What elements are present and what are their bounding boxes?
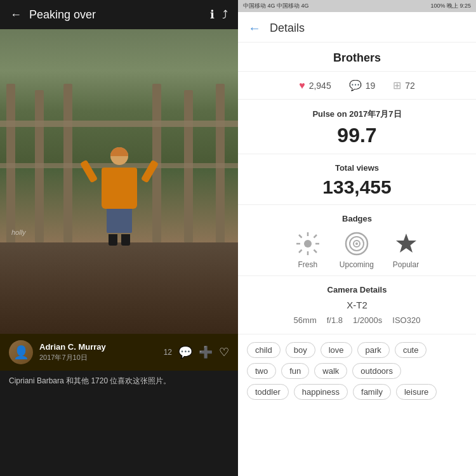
- views-section: Total views 133,455: [238, 154, 476, 205]
- photos-icon: ⊞: [393, 79, 401, 91]
- likes-text: Cipriani Barbara 和其他 1720 位喜欢这张照片。: [0, 371, 238, 392]
- svg-point-12: [355, 242, 358, 245]
- fresh-badge-icon: [295, 231, 321, 256]
- left-header: ← Peaking over ℹ ⤴: [0, 0, 238, 29]
- right-panel: 中国移动 4G 中国移动 4G 100% 晚上 9:25 ← Details B…: [238, 0, 476, 476]
- shutter-speed: 1/2000s: [353, 315, 382, 325]
- views-label: Total views: [248, 163, 466, 173]
- badges-title: Badges: [248, 214, 466, 223]
- child-hair: [110, 147, 128, 156]
- svg-line-6: [314, 250, 317, 253]
- badge-popular: Popular: [393, 231, 419, 269]
- tags-row-2: two fun walk outdoors: [247, 363, 467, 379]
- comments-count: 19: [366, 81, 376, 91]
- bridge-floor: [0, 242, 238, 334]
- camera-title: Camera Details: [248, 285, 466, 294]
- back-button[interactable]: ←: [10, 8, 22, 22]
- status-right: 100% 晚上 9:25: [430, 2, 471, 10]
- svg-marker-13: [396, 234, 416, 253]
- comment-icon: 💬: [349, 79, 362, 91]
- tag-two[interactable]: two: [247, 363, 276, 379]
- add-button[interactable]: ➕: [199, 345, 213, 359]
- tag-child[interactable]: child: [247, 342, 281, 358]
- tag-toddler[interactable]: toddler: [247, 384, 289, 400]
- avatar: 👤: [9, 340, 33, 364]
- tag-walk[interactable]: walk: [314, 363, 347, 379]
- fence-rail-top: [0, 121, 238, 127]
- details-header: ← Details: [238, 12, 476, 43]
- photo-container: holly: [0, 29, 238, 334]
- child-boot-right: [121, 234, 130, 246]
- photo-info: Adrian C. Murray 2017年7月10日: [39, 342, 157, 362]
- fresh-label: Fresh: [298, 260, 317, 269]
- stats-row: ♥ 2,945 💬 19 ⊞ 72: [238, 72, 476, 100]
- child-boots: [94, 234, 145, 246]
- photos-count: 72: [405, 81, 415, 91]
- tag-boy[interactable]: boy: [286, 342, 315, 358]
- status-left: 中国移动 4G 中国移动 4G: [243, 2, 309, 10]
- tag-family[interactable]: family: [353, 384, 391, 400]
- pulse-value: 99.7: [248, 124, 466, 147]
- tag-leisure[interactable]: leisure: [396, 384, 437, 400]
- tag-cute[interactable]: cute: [395, 342, 427, 358]
- upcoming-label: Upcoming: [340, 260, 374, 269]
- tag-outdoors[interactable]: outdoors: [352, 363, 401, 379]
- heart-icon: ♥: [299, 80, 305, 91]
- bottom-actions: 12 💬 ➕ ♡: [164, 345, 229, 359]
- child-left-arm: [79, 159, 97, 183]
- badge-fresh: Fresh: [295, 231, 321, 269]
- photo-scene: holly: [0, 29, 238, 334]
- tag-happiness[interactable]: happiness: [294, 384, 348, 400]
- avatar-icon: 👤: [13, 345, 29, 360]
- tags-row-1: child boy love park cute: [247, 342, 467, 358]
- svg-line-7: [314, 235, 317, 238]
- photos-stat: ⊞ 72: [393, 79, 415, 91]
- photo-bottom-bar: 👤 Adrian C. Murray 2017年7月10日 12 💬 ➕ ♡: [0, 334, 238, 371]
- photo-name: Brothers: [248, 51, 466, 65]
- svg-point-0: [304, 240, 312, 248]
- likes-stat: ♥ 2,945: [299, 79, 331, 91]
- svg-line-5: [299, 235, 302, 238]
- camera-model: X-T2: [248, 300, 466, 310]
- popular-label: Popular: [393, 260, 419, 269]
- badge-upcoming: Upcoming: [340, 231, 374, 269]
- likes-count: 2,945: [309, 81, 331, 91]
- tags-row-3: toddler happiness family leisure: [247, 384, 467, 400]
- comment-button[interactable]: 💬: [178, 345, 192, 359]
- tags-section: child boy love park cute two fun walk ou…: [238, 334, 476, 413]
- details-back-button[interactable]: ←: [248, 21, 261, 36]
- badges-row: Fresh Upcoming: [248, 231, 466, 269]
- badges-section: Badges Fresh: [238, 205, 476, 276]
- child-jacket: [102, 168, 137, 209]
- share-button[interactable]: ⤴: [222, 8, 228, 22]
- child-figure: [94, 147, 145, 249]
- svg-line-8: [299, 250, 302, 253]
- details-title: Details: [270, 22, 305, 35]
- page-title: Peaking over: [29, 8, 202, 22]
- child-pants: [107, 209, 132, 233]
- views-value: 133,455: [248, 176, 466, 198]
- author-name: Adrian C. Murray: [39, 342, 157, 352]
- pulse-label: Pulse on 2017年7月7日: [248, 109, 466, 120]
- upcoming-badge-icon: [344, 231, 369, 256]
- focal-length: 56mm: [294, 315, 317, 325]
- camera-section: Camera Details X-T2 56mm f/1.8 1/2000s I…: [238, 276, 476, 334]
- author-date: 2017年7月10日: [39, 353, 157, 362]
- aperture: f/1.8: [327, 315, 343, 325]
- pulse-section: Pulse on 2017年7月7日 99.7: [238, 100, 476, 154]
- tag-love[interactable]: love: [321, 342, 352, 358]
- left-panel: ← Peaking over ℹ ⤴: [0, 0, 238, 476]
- camera-specs: 56mm f/1.8 1/2000s ISO320: [248, 315, 466, 325]
- comment-count: 12: [164, 348, 172, 357]
- info-button[interactable]: ℹ: [210, 8, 215, 22]
- iso: ISO320: [392, 315, 420, 325]
- tag-park[interactable]: park: [357, 342, 390, 358]
- tag-fun[interactable]: fun: [281, 363, 309, 379]
- photo-name-section: Brothers: [238, 43, 476, 72]
- status-bar: 中国移动 4G 中国移动 4G 100% 晚上 9:25: [238, 0, 476, 12]
- comments-stat: 💬 19: [349, 79, 376, 91]
- child-boot-left: [109, 234, 117, 246]
- popular-badge-icon: [393, 231, 419, 256]
- like-button[interactable]: ♡: [219, 345, 229, 359]
- photo-watermark: holly: [11, 228, 26, 236]
